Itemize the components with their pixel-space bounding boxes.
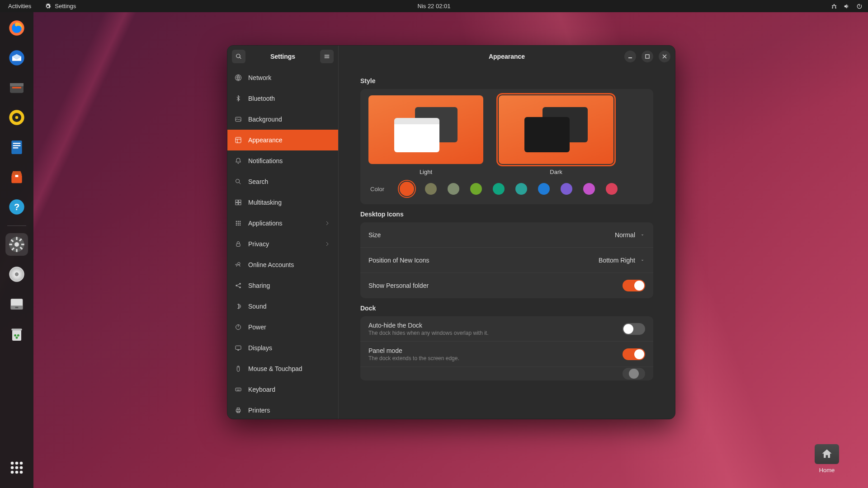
svg-rect-71 <box>236 409 240 412</box>
icon-size-value: Normal <box>615 231 635 239</box>
dock-disc[interactable] <box>5 263 28 286</box>
svg-rect-72 <box>237 408 239 409</box>
window-close-button[interactable] <box>659 51 670 62</box>
dock-device[interactable] <box>5 293 28 315</box>
svg-point-40 <box>20 462 23 465</box>
topbar-app-menu[interactable]: Settings <box>39 3 81 9</box>
sidebar-item-sharing[interactable]: Sharing <box>227 275 338 296</box>
sidebar-item-printers[interactable]: Printers <box>227 400 338 419</box>
sidebar-item-online-accounts[interactable]: Online Accounts <box>227 254 338 275</box>
theme-light[interactable]: Light <box>368 95 483 175</box>
sidebar-menu-button[interactable] <box>320 50 334 63</box>
dock-files[interactable] <box>5 76 28 99</box>
sidebar-item-displays[interactable]: Displays <box>227 338 338 358</box>
color-swatch-2[interactable] <box>448 183 459 195</box>
desktop-home-icon[interactable]: Home <box>815 444 839 474</box>
panel-mode-sub: The dock extends to the screen edge. <box>368 355 623 361</box>
sidebar-item-multitasking[interactable]: Multitasking <box>227 192 338 213</box>
svg-point-60 <box>236 225 237 226</box>
sidebar-item-label: Search <box>248 178 268 185</box>
sidebar-item-mouse[interactable]: Mouse & Touchpad <box>227 358 338 379</box>
dock: ? <box>0 12 33 488</box>
dock-card: Auto-hide the Dock The dock hides when a… <box>360 316 653 380</box>
sidebar-item-label: Keyboard <box>248 386 275 393</box>
appearance-icon <box>235 136 242 144</box>
dock-show-apps[interactable] <box>5 456 28 479</box>
dock-settings[interactable] <box>5 233 28 256</box>
row-autohide: Auto-hide the Dock The dock hides when a… <box>360 316 653 342</box>
svg-point-54 <box>236 221 237 222</box>
sound-icon <box>235 303 242 310</box>
color-swatch-9[interactable] <box>606 183 618 195</box>
sidebar-item-applications[interactable]: Applications <box>227 213 338 234</box>
close-icon <box>662 54 667 59</box>
toggle-extra[interactable] <box>623 368 645 380</box>
svg-rect-21 <box>9 244 12 245</box>
theme-dark[interactable]: Dark <box>499 95 613 175</box>
dock-software[interactable] <box>5 166 28 188</box>
sidebar-item-bluetooth[interactable]: Bluetooth <box>227 88 338 109</box>
svg-point-57 <box>236 223 237 224</box>
toggle-show-personal[interactable] <box>623 280 645 291</box>
chevron-down-icon <box>640 232 645 238</box>
theme-dark-label: Dark <box>550 169 562 175</box>
activities-button[interactable]: Activities <box>0 3 39 9</box>
svg-point-62 <box>240 225 241 226</box>
system-tray[interactable] <box>831 3 863 9</box>
sidebar-item-privacy[interactable]: Privacy <box>227 234 338 254</box>
sidebar-item-keyboard[interactable]: Keyboard <box>227 379 338 400</box>
svg-point-42 <box>15 466 19 469</box>
power-icon <box>235 324 242 331</box>
panel-mode-label: Panel mode <box>368 347 623 354</box>
sidebar-item-network[interactable]: Network <box>227 67 338 88</box>
color-swatch-1[interactable] <box>425 183 437 195</box>
dock-rhythmbox[interactable] <box>5 106 28 129</box>
color-swatch-7[interactable] <box>561 183 572 195</box>
volume-icon <box>844 3 850 9</box>
sidebar-item-label: Online Accounts <box>248 261 294 268</box>
background-icon <box>235 116 242 123</box>
svg-rect-75 <box>646 55 649 58</box>
svg-point-46 <box>20 471 23 474</box>
toggle-autohide[interactable] <box>623 323 645 335</box>
toggle-panel-mode[interactable] <box>623 348 645 360</box>
dock-help[interactable]: ? <box>5 196 28 218</box>
section-desktop-icons: Desktop Icons <box>360 211 653 218</box>
icon-size-label: Size <box>368 231 615 239</box>
svg-point-64 <box>236 285 237 286</box>
row-icon-size[interactable]: Size Normal <box>360 222 653 248</box>
color-swatch-8[interactable] <box>583 183 595 195</box>
color-swatch-6[interactable] <box>538 183 550 195</box>
sidebar-item-power[interactable]: Power <box>227 317 338 338</box>
topbar-clock[interactable]: Nis 22 02:01 <box>418 3 451 9</box>
sidebar-search-button[interactable] <box>232 50 245 63</box>
desktop-home-label: Home <box>819 467 835 474</box>
sidebar-item-search[interactable]: Search <box>227 171 338 192</box>
dock-trash[interactable] <box>5 323 28 345</box>
dock-firefox[interactable] <box>5 17 28 39</box>
keyboard-icon <box>235 386 242 393</box>
color-swatch-0[interactable] <box>400 182 414 196</box>
color-label: Color <box>370 186 384 192</box>
color-swatch-4[interactable] <box>493 183 505 195</box>
sidebar-item-sound[interactable]: Sound <box>227 296 338 317</box>
svg-rect-48 <box>236 137 241 143</box>
svg-point-18 <box>14 242 19 247</box>
autohide-label: Auto-hide the Dock <box>368 322 623 329</box>
dock-writer[interactable] <box>5 136 28 159</box>
topbar-app-label: Settings <box>55 3 76 9</box>
svg-point-43 <box>20 466 23 469</box>
dock-thunderbird[interactable] <box>5 47 28 69</box>
row-icon-position[interactable]: Position of New Icons Bottom Right <box>360 248 653 273</box>
sidebar-item-background[interactable]: Background <box>227 109 338 130</box>
sidebar-item-notifications[interactable]: Notifications <box>227 150 338 171</box>
svg-point-35 <box>14 334 16 337</box>
network-icon <box>831 3 837 9</box>
sidebar-item-appearance[interactable]: Appearance <box>227 130 338 150</box>
sidebar-item-label: Multitasking <box>248 199 282 206</box>
window-maximize-button[interactable] <box>642 51 653 62</box>
color-swatch-5[interactable] <box>515 183 527 195</box>
color-swatch-3[interactable] <box>470 183 482 195</box>
window-minimize-button[interactable] <box>624 51 636 62</box>
search-icon <box>236 53 242 60</box>
